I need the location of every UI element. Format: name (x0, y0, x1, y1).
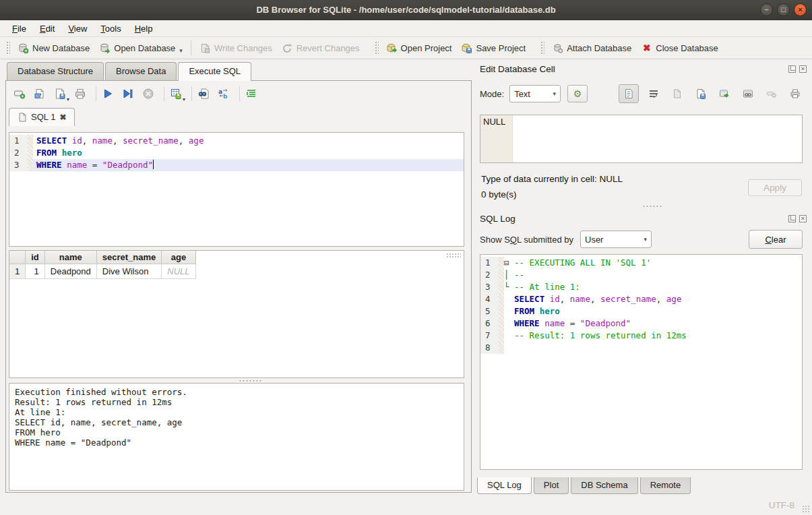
sql-log-panel[interactable]: 1⊟-- EXECUTING ALL IN 'SQL 1'2│--3└-- At… (480, 254, 803, 470)
toolbar-grip[interactable] (5, 40, 10, 55)
results-header-row: id name secret_name age (9, 251, 195, 264)
open-database-dropdown-icon[interactable]: ▾ (179, 47, 183, 54)
sql-editor-code[interactable]: 1SELECT id, name, secret_name, age2FROM … (9, 133, 464, 246)
float-dock-icon[interactable] (788, 215, 796, 222)
open-sql-file-icon[interactable] (32, 86, 48, 102)
find-icon[interactable] (195, 86, 212, 102)
menu-help[interactable]: Help (128, 22, 160, 35)
open-project-button[interactable]: Open Project (381, 40, 457, 57)
mode-label: Mode: (480, 89, 504, 99)
dock-splitter-handle[interactable] (642, 205, 662, 208)
link-data-icon[interactable] (739, 85, 757, 102)
tab-browse-data[interactable]: Browse Data (105, 62, 177, 80)
cell-value-editor[interactable]: NULL (480, 115, 803, 163)
mode-value: Text (514, 89, 530, 99)
tab-remote[interactable]: Remote (640, 477, 691, 494)
print-cell-icon[interactable] (786, 85, 804, 102)
right-dock: Edit Database Cell × Mode: Text ▾ ⚙ (476, 59, 808, 495)
splitter-handle[interactable] (239, 380, 261, 382)
sql-toolbar-separator (164, 86, 164, 101)
minimize-icon[interactable]: − (760, 3, 773, 16)
revert-changes-button: Revert Changes (277, 40, 365, 57)
save-project-icon (461, 42, 472, 54)
sql-log-filter-row: Show SQL submitted by User ▾ Clear (480, 230, 803, 249)
mode-select[interactable]: Text ▾ (509, 85, 561, 102)
export-cell-data-icon[interactable] (692, 85, 710, 102)
toolbar-grip[interactable] (374, 40, 379, 55)
cell-age[interactable]: NULL (162, 264, 195, 279)
auto-apply-button[interactable]: ⚙ (567, 85, 588, 102)
maximize-icon[interactable]: □ (777, 3, 790, 16)
sql-editor[interactable]: 1SELECT id, name, secret_name, age2FROM … (9, 132, 464, 247)
execute-all-icon[interactable] (100, 86, 116, 102)
db-browser-window: { "window": { "title": "DB Browser for S… (0, 0, 812, 515)
tab-db-schema[interactable]: DB Schema (571, 477, 637, 494)
tab-plot[interactable]: Plot (534, 477, 569, 494)
sql-tab-close-icon[interactable]: ✖ (59, 113, 66, 122)
open-in-external-icon[interactable] (716, 85, 733, 102)
encoding-indicator[interactable]: UTF-8 (769, 500, 794, 510)
close-dock-icon[interactable]: × (799, 65, 807, 73)
tab-database-structure[interactable]: Database Structure (7, 62, 104, 80)
revert-changes-label: Revert Changes (296, 43, 360, 53)
row-number-header[interactable] (9, 251, 26, 264)
cell-secret-name[interactable]: Dive Wilson (96, 264, 162, 279)
tab-sql-log[interactable]: SQL Log (477, 477, 532, 494)
resize-grip[interactable] (802, 505, 810, 513)
menu-view[interactable]: View (61, 22, 94, 35)
close-database-label: Close Database (656, 43, 718, 53)
save-results-icon[interactable]: ▾ (168, 86, 184, 102)
word-wrap-icon[interactable] (645, 85, 662, 102)
sql-tab[interactable]: SQL 1 ✖ (9, 108, 75, 126)
toolbar-grip[interactable] (540, 40, 544, 55)
column-header-secret-name[interactable]: secret_name (96, 251, 162, 264)
status-bar: UTF-8 (0, 495, 812, 515)
new-database-button[interactable]: New Database (13, 40, 94, 57)
tab-execute-sql[interactable]: Execute SQL (178, 62, 251, 81)
sql-log-code[interactable]: 1⊟-- EXECUTING ALL IN 'SQL 1'2│--3└-- At… (480, 255, 802, 469)
menu-file[interactable]: File (5, 22, 33, 35)
save-project-button[interactable]: Save Project (456, 40, 530, 57)
chevron-down-icon: ▾ (644, 236, 647, 243)
write-changes-button: Write Changes (195, 40, 277, 57)
print-sql-icon[interactable] (72, 86, 88, 102)
cell-edit-area[interactable] (513, 115, 802, 162)
save-sql-file-icon[interactable]: ▾ (52, 86, 68, 102)
column-header-name[interactable]: name (44, 251, 96, 264)
float-dock-icon[interactable] (788, 65, 796, 73)
save-results-dropdown-icon[interactable]: ▾ (183, 96, 185, 102)
close-database-icon: ✖ (641, 42, 652, 54)
column-header-age[interactable]: age (162, 251, 195, 264)
text-mode-icon[interactable] (619, 84, 639, 103)
cell-id[interactable]: 1 (26, 264, 45, 279)
write-changes-label: Write Changes (214, 43, 272, 53)
menu-tools[interactable]: Tools (94, 22, 127, 35)
close-database-button[interactable]: ✖ Close Database (636, 40, 723, 57)
main-toolbar: New Database Open Database ▾ Write Chang… (0, 37, 812, 59)
open-database-button[interactable]: Open Database ▾ (94, 40, 187, 57)
row-number-cell[interactable]: 1 (9, 264, 26, 279)
open-project-icon (386, 42, 398, 54)
cell-type-info: Type of data currently in cell: NULL (481, 174, 623, 184)
stop-icon (140, 86, 156, 102)
format-sql-icon[interactable] (243, 86, 259, 102)
replace-icon[interactable]: ab (216, 86, 232, 102)
import-cell-data-icon (668, 85, 686, 102)
attach-database-button[interactable]: Attach Database (547, 40, 636, 57)
clear-button[interactable]: Clear (749, 230, 803, 249)
column-header-id[interactable]: id (26, 251, 45, 264)
sql-log-dock-title: SQL Log × (480, 212, 807, 224)
close-icon[interactable]: × (794, 3, 807, 16)
new-sql-tab-icon[interactable] (11, 86, 28, 102)
sql-tab-bar: SQL 1 ✖ (6, 106, 471, 126)
results-grid[interactable]: id name secret_name age 1 1 Deadpond Div… (9, 250, 464, 378)
cell-name[interactable]: Deadpond (44, 264, 96, 279)
results-table: id name secret_name age 1 1 Deadpond Div… (9, 251, 196, 279)
cell-editor-icons (619, 84, 807, 103)
menu-edit[interactable]: Edit (33, 22, 61, 35)
save-sql-dropdown-icon[interactable]: ▾ (67, 96, 69, 102)
execute-current-line-icon[interactable] (120, 86, 136, 102)
execution-message-panel[interactable]: Execution finished without errors. Resul… (9, 383, 464, 491)
submitted-by-select[interactable]: User ▾ (580, 231, 652, 248)
close-dock-icon[interactable]: × (799, 215, 807, 222)
